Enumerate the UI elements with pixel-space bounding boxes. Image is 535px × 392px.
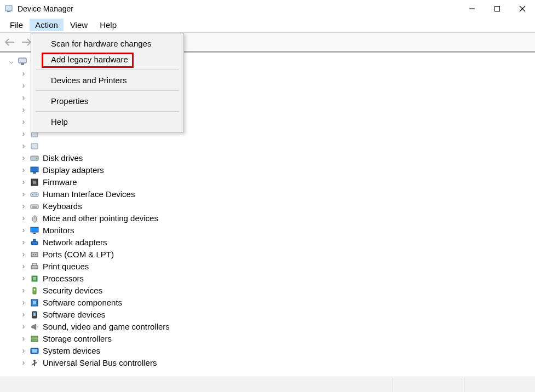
close-button[interactable] [510,0,535,18]
tree-node-label: Ports (COM & LPT) [42,249,115,261]
tree-node[interactable]: Software components [20,297,535,309]
tree-node[interactable]: Universal Serial Bus controllers [20,357,535,369]
tree-node-label: Network adapters [42,237,108,249]
titlebar: Device Manager [0,0,535,18]
expand-icon[interactable] [20,321,27,333]
tree-node[interactable]: Mice and other pointing devices [20,212,535,224]
svg-rect-30 [33,233,36,234]
menu-properties[interactable]: Properties [32,93,182,109]
tree-node-label: Security devices [42,285,103,297]
tree-node-label: Display adapters [42,164,105,176]
expand-icon[interactable] [20,104,27,116]
svg-rect-45 [33,313,36,316]
tree-node-label: Processors [42,273,85,285]
expand-icon[interactable] [20,273,27,285]
tree-node-label: Print queues [42,261,90,273]
expand-icon[interactable] [20,333,27,345]
expand-icon[interactable] [20,68,27,80]
expand-icon[interactable] [20,285,27,297]
tree-node[interactable]: Human Interface Devices [20,188,535,200]
svg-rect-29 [31,227,38,232]
back-button[interactable] [3,36,16,49]
expand-icon[interactable] [20,92,27,104]
menu-help[interactable]: Help [94,19,122,31]
expand-icon[interactable] [20,140,27,152]
expand-icon[interactable] [20,152,27,164]
network-icon [30,238,39,247]
tree-node[interactable]: Display adapters [20,164,535,176]
svg-point-35 [35,254,36,255]
tree-node[interactable]: Network adapters [20,237,535,249]
expand-icon[interactable] [20,212,27,224]
tree-node-label: Monitors [42,224,76,237]
svg-point-16 [36,158,37,159]
statusbar [0,377,535,392]
tree-node[interactable]: Keyboards [20,200,535,212]
tree-node[interactable]: Print queues [20,261,535,273]
security-icon [30,286,39,296]
expand-icon[interactable] [20,261,27,273]
tree-node-label: Storage controllers [42,333,113,345]
minimize-button[interactable] [459,0,485,18]
tree-node[interactable]: Software devices [20,309,535,321]
expand-icon[interactable] [20,128,27,140]
expand-icon[interactable] [20,345,27,357]
tree-node[interactable]: Ports (COM & LPT) [20,249,535,261]
svg-rect-7 [21,64,24,65]
hid-icon [30,189,39,199]
expand-icon[interactable] [20,357,27,369]
maximize-button[interactable] [485,0,510,18]
tree-node[interactable]: System devices [20,345,535,357]
window-title: Device Manager [18,4,459,13]
tree-node[interactable]: Processors [20,273,535,285]
expand-icon[interactable] [20,237,27,249]
cpu-icon [30,274,39,284]
display-icon [30,165,39,175]
expand-icon[interactable] [20,249,27,261]
menu-file[interactable]: File [4,19,28,31]
tree-node[interactable]: Firmware [20,176,535,188]
tree-node[interactable]: Disk drives [20,152,535,164]
expand-icon[interactable] [20,176,27,188]
tree-node[interactable] [20,140,535,152]
softdev-icon [30,310,39,320]
svg-rect-6 [19,58,26,63]
svg-rect-14 [31,143,38,149]
tree-node[interactable]: Sound, video and game controllers [20,321,535,333]
tree-node-label: Software devices [42,309,106,321]
menu-separator [36,90,179,91]
tree-node[interactable]: Monitors [20,224,535,237]
expand-icon[interactable] [20,309,27,321]
expand-icon[interactable] [20,188,27,200]
tree-node[interactable]: Security devices [20,285,535,297]
svg-rect-20 [33,181,36,184]
menu-action[interactable]: Action [30,19,64,31]
expand-icon[interactable] [20,80,27,92]
menu-add-legacy-hardware[interactable]: Add legacy hardware [32,51,182,67]
tree-node-label: Firmware [42,176,78,188]
keyboard-icon [30,201,39,211]
expand-icon[interactable] [20,164,27,176]
expand-icon[interactable] [8,55,15,67]
tree-node-label: Disk drives [42,152,84,164]
expand-icon[interactable] [20,224,27,237]
svg-point-34 [33,254,34,255]
app-icon [4,4,13,13]
component-icon [30,298,39,308]
svg-rect-17 [31,167,38,172]
menu-view[interactable]: View [65,19,93,31]
ports-icon [30,250,39,260]
disk-icon [30,153,39,163]
menu-scan-hardware[interactable]: Scan for hardware changes [32,36,182,51]
menu-help[interactable]: Help [32,114,182,130]
tree-node-label: Human Interface Devices [42,188,136,200]
action-menu-dropdown: Scan for hardware changes Add legacy har… [31,33,184,132]
svg-rect-39 [33,277,36,280]
expand-icon[interactable] [20,200,27,212]
tree-node-label: Universal Serial Bus controllers [42,357,158,369]
system-icon [30,346,39,356]
expand-icon[interactable] [20,297,27,309]
menu-devices-printers[interactable]: Devices and Printers [32,72,182,88]
tree-node[interactable]: Storage controllers [20,333,535,345]
expand-icon[interactable] [20,116,27,128]
